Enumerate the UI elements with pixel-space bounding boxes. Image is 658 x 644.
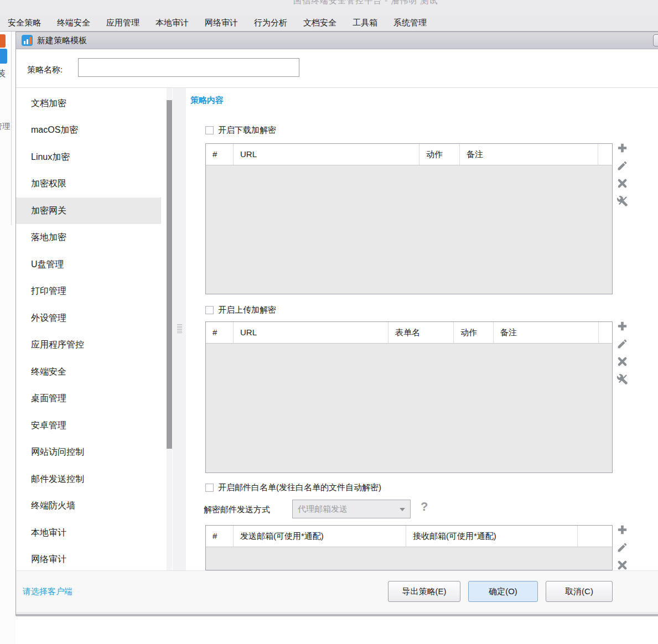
tools-icon[interactable]: [616, 195, 628, 207]
upload-table-tools: [616, 320, 630, 391]
sidebar-item[interactable]: 文档加密: [16, 90, 161, 117]
download-table-tools: [616, 142, 630, 213]
background-orange-icon: [0, 34, 6, 48]
add-icon[interactable]: [616, 142, 628, 154]
download-encrypt-checkbox-row: 开启下载加解密: [205, 125, 276, 136]
mail-mode-label: 解密邮件发送方式: [204, 505, 270, 515]
col-index: #: [206, 526, 234, 547]
splitter-handle-icon[interactable]: [177, 324, 182, 334]
sidebar-item[interactable]: 加密权限: [16, 170, 161, 197]
mail-whitelist-checkbox[interactable]: [205, 484, 214, 492]
help-icon[interactable]: ?: [421, 500, 428, 514]
sidebar-item[interactable]: 应用程序管控: [16, 331, 161, 358]
col-remark: 备注: [494, 322, 599, 343]
delete-icon[interactable]: [616, 559, 628, 571]
sidebar-item[interactable]: 安卓管理: [16, 412, 161, 439]
screen: 国信终端安全管控平台 - 潘伟明 测试 安全策略 终端安全 应用管理 本地审计 …: [0, 0, 658, 644]
mail-table-tools: [616, 524, 630, 577]
export-policy-button[interactable]: 导出策略(E): [388, 581, 460, 602]
delete-icon[interactable]: [616, 356, 628, 367]
col-remark: 备注: [460, 144, 598, 165]
sidebar-item-selected[interactable]: 加密网关: [16, 198, 161, 224]
col-action: 动作: [454, 322, 494, 343]
bar-chart-icon: [22, 35, 33, 46]
sidebar-item[interactable]: 桌面管理: [16, 385, 161, 412]
ok-button[interactable]: 确定(O): [468, 581, 538, 602]
dialog-title: 新建策略模板: [37, 35, 87, 46]
sidebar-item[interactable]: 网站访问控制: [16, 439, 161, 465]
add-icon[interactable]: [616, 320, 628, 332]
col-blank: [599, 322, 612, 343]
menu-network-audit[interactable]: 网络审计: [205, 18, 238, 28]
background-text-fragment: 管理: [0, 122, 10, 132]
col-blank: [578, 526, 612, 547]
sidebar-item[interactable]: macOS加密: [16, 117, 161, 143]
menu-terminal-security[interactable]: 终端安全: [57, 18, 90, 28]
col-receiver: 接收邮箱(可使用*通配): [406, 526, 578, 547]
sidebar-item[interactable]: 打印管理: [16, 278, 161, 304]
dialog-bottom-edge: [16, 612, 658, 616]
col-sender: 发送邮箱(可使用*通配): [234, 526, 406, 547]
cancel-button[interactable]: 取消(C): [546, 581, 613, 602]
content-header: 策略内容: [190, 95, 224, 106]
policy-name-input[interactable]: [78, 58, 299, 77]
download-encrypt-checkbox[interactable]: [205, 126, 214, 134]
col-url: URL: [234, 322, 388, 343]
background-text-fragment: 装: [0, 68, 6, 80]
dialog-titlebar[interactable]: 新建策略模板: [16, 32, 658, 49]
col-index: #: [206, 322, 234, 343]
menu-security-policy[interactable]: 安全策略: [8, 18, 41, 28]
background-window-fragments: 装 管理: [0, 32, 15, 644]
col-action: 动作: [419, 144, 460, 165]
add-icon[interactable]: [616, 524, 628, 536]
edit-icon[interactable]: [616, 542, 628, 553]
sidebar-item[interactable]: 网络审计: [16, 546, 161, 570]
sidebar-scrollbar-thumb[interactable]: [167, 100, 172, 449]
sidebar-item[interactable]: 邮件发送控制: [16, 466, 161, 492]
policy-name-label: 策略名称:: [27, 65, 63, 75]
table-header-row: # URL 表单名 动作 备注: [206, 322, 612, 344]
close-button[interactable]: [653, 34, 658, 46]
sidebar-item[interactable]: U盘管理: [16, 251, 161, 278]
edit-icon[interactable]: [616, 338, 628, 350]
download-encrypt-label: 开启下载加解密: [218, 125, 276, 136]
category-sidebar: 文档加密 macOS加密 Linux加密 加密权限 加密网关 落地加密 U盘管理…: [16, 88, 174, 570]
table-header-row: # URL 动作 备注: [206, 144, 612, 165]
sidebar-item[interactable]: 外设管理: [16, 305, 161, 331]
delete-icon[interactable]: [616, 178, 628, 189]
table-header-row: # 发送邮箱(可使用*通配) 接收邮箱(可使用*通配): [206, 526, 612, 547]
menu-local-audit[interactable]: 本地审计: [156, 18, 189, 28]
menu-document-security[interactable]: 文档安全: [303, 18, 336, 28]
menu-behavior-analysis[interactable]: 行为分析: [254, 18, 287, 28]
mail-whitelist-table[interactable]: # 发送邮箱(可使用*通配) 接收邮箱(可使用*通配): [205, 525, 613, 570]
col-url: URL: [234, 144, 419, 165]
download-url-table[interactable]: # URL 动作 备注: [205, 143, 613, 294]
menu-system-management[interactable]: 系统管理: [393, 18, 427, 28]
menu-app-management[interactable]: 应用管理: [106, 18, 139, 28]
sidebar-item[interactable]: 终端安全: [16, 359, 161, 385]
app-title: 国信终端安全管控平台 - 潘伟明 测试: [293, 0, 438, 6]
sidebar-item[interactable]: 落地加密: [16, 224, 161, 251]
col-form: 表单名: [388, 322, 454, 343]
col-blank: [598, 144, 612, 165]
mail-whitelist-checkbox-row: 开启邮件白名单(发往白名单的文件自动解密): [205, 482, 381, 493]
menu-toolbox[interactable]: 工具箱: [353, 18, 377, 28]
select-client-link[interactable]: 请选择客户端: [23, 586, 72, 597]
sidebar-item[interactable]: Linux加密: [16, 144, 161, 170]
upload-encrypt-checkbox-row: 开启上传加解密: [205, 305, 276, 315]
upload-encrypt-label: 开启上传加解密: [218, 305, 276, 315]
mail-mode-select[interactable]: 代理邮箱发送: [292, 500, 411, 518]
dialog-footer: 请选择客户端 导出策略(E) 确定(O) 取消(C): [16, 570, 658, 612]
upload-url-table[interactable]: # URL 表单名 动作 备注: [205, 321, 613, 473]
sidebar-item[interactable]: 本地审计: [16, 520, 161, 546]
chevron-down-icon: [400, 508, 405, 511]
tools-icon[interactable]: [616, 373, 628, 385]
background-blue-icon: [0, 49, 7, 64]
new-policy-template-dialog: 新建策略模板 策略名称: 文档加密 macOS加密 Linux加密 加密权限 加…: [15, 32, 658, 616]
sidebar-item[interactable]: 终端防火墙: [16, 492, 161, 519]
edit-icon[interactable]: [616, 160, 628, 172]
background-titlebar: 国信终端安全管控平台 - 潘伟明 测试: [0, 0, 658, 15]
upload-encrypt-checkbox[interactable]: [205, 306, 214, 314]
col-index: #: [206, 144, 234, 165]
mail-whitelist-label: 开启邮件白名单(发往白名单的文件自动解密): [218, 482, 381, 493]
